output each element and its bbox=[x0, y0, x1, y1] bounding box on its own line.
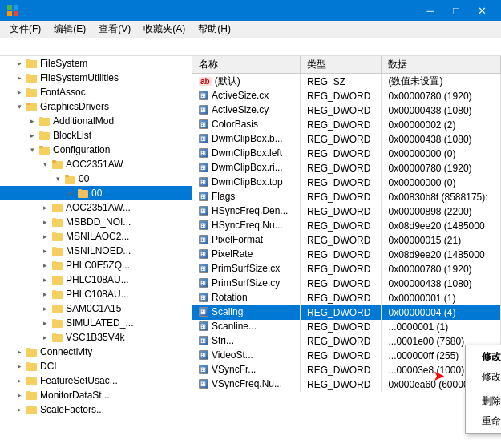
title-bar: ─ □ ✕ bbox=[0, 0, 501, 21]
table-row[interactable]: ⊞ HSyncFreq.Den...REG_DWORD0x00000898 (2… bbox=[192, 204, 501, 219]
table-row[interactable]: ⊞ Scanline...REG_DWORD...0000001 (1) bbox=[192, 320, 501, 334]
svg-rect-37 bbox=[52, 290, 56, 293]
tree-item-simulated[interactable]: ▸ SIMULATED_... bbox=[0, 316, 192, 330]
tree-panel[interactable]: ▸ FileSystem▸ FileSystemUtilities▸ FontA… bbox=[0, 56, 192, 448]
table-row[interactable]: ab (默认)REG_SZ(数值未设置) bbox=[192, 74, 501, 90]
tree-item-featuresetusac[interactable]: ▸ FeatureSetUsac... bbox=[0, 373, 192, 388]
table-row[interactable]: ⊞ ScalingREG_DWORD0x00000004 (4) bbox=[192, 305, 501, 320]
reg-name: ⊞ HSyncFreq.Den... bbox=[192, 204, 301, 219]
table-row[interactable]: ⊞ DwmClipBox.b...REG_DWORD0x00000438 (10… bbox=[192, 132, 501, 147]
svg-rect-17 bbox=[39, 146, 43, 148]
reg-type: REG_DWORD bbox=[301, 276, 382, 291]
tree-toggle-icon: ▸ bbox=[38, 230, 51, 243]
tree-item-phlc108au2[interactable]: ▸ PHLC108AU... bbox=[0, 287, 192, 301]
svg-rect-41 bbox=[52, 319, 56, 321]
tree-item-filesystem[interactable]: ▸ FileSystem bbox=[0, 56, 192, 71]
folder-icon bbox=[38, 129, 51, 142]
svg-rect-11 bbox=[26, 103, 30, 105]
tree-item-graphicsdrivers[interactable]: ▾ GraphicsDrivers bbox=[0, 99, 192, 114]
table-row[interactable]: ⊞ DwmClipBox.ri...REG_DWORD0x00000780 (1… bbox=[192, 161, 501, 176]
tree-item-phlc108au1[interactable]: ▸ PHLC108AU... bbox=[0, 272, 192, 287]
folder-icon bbox=[26, 345, 38, 358]
table-row[interactable]: ⊞ VSyncFr...REG_DWORD...00003e8 (1000) bbox=[192, 363, 501, 377]
reg-data: 0x00000438 (1080) bbox=[382, 132, 501, 147]
tree-label: MSBDD_NOI... bbox=[66, 216, 192, 228]
table-row[interactable]: ⊞ DwmClipBox.leftREG_DWORD0x00000000 (0) bbox=[192, 147, 501, 161]
tree-item-aoc2351aw[interactable]: ▾ AOC2351AW bbox=[0, 157, 192, 172]
svg-rect-27 bbox=[52, 218, 56, 220]
tree-item-configuration[interactable]: ▾ Configuration bbox=[0, 143, 192, 157]
reg-name: ⊞ Flags bbox=[192, 190, 301, 204]
context-menu-item[interactable]: 重命名(R) bbox=[466, 411, 501, 431]
reg-name: ⊞ Scanline... bbox=[192, 320, 301, 334]
reg-type: REG_DWORD bbox=[301, 103, 382, 118]
tree-item-vsc1b35v4k[interactable]: ▸ VSC1B35V4k bbox=[0, 330, 192, 345]
table-row[interactable]: ⊞ HSyncFreq.Nu...REG_DWORD0x08d9ee20 (14… bbox=[192, 219, 501, 233]
menu-item[interactable]: 编辑(E) bbox=[47, 21, 92, 38]
menu-item[interactable]: 文件(F) bbox=[3, 21, 47, 38]
main-content: ▸ FileSystem▸ FileSystemUtilities▸ FontA… bbox=[0, 56, 501, 448]
close-button[interactable]: ✕ bbox=[469, 2, 495, 19]
address-bar bbox=[0, 38, 501, 56]
svg-rect-39 bbox=[52, 305, 56, 307]
tree-item-msnilnoed[interactable]: ▸ MSNILNOED... bbox=[0, 244, 192, 258]
reg-type: REG_DWORD bbox=[301, 349, 382, 363]
reg-name: ⊞ PixelFormat bbox=[192, 233, 301, 248]
context-menu-item[interactable]: 删除(D) bbox=[466, 391, 501, 411]
minimize-button[interactable]: ─ bbox=[418, 2, 443, 19]
table-row[interactable]: ⊞ PrimSurfSize.cyREG_DWORD0x00000438 (10… bbox=[192, 276, 501, 291]
table-row[interactable]: ⊞ DwmClipBox.topREG_DWORD0x00000000 (0) bbox=[192, 176, 501, 190]
table-row[interactable]: ⊞ PrimSurfSize.cxREG_DWORD0x00000780 (19… bbox=[192, 262, 501, 276]
reg-name: ⊞ PrimSurfSize.cx bbox=[192, 262, 301, 276]
reg-type: REG_DWORD bbox=[301, 262, 382, 276]
tree-item-blocklist[interactable]: ▸ BlockList bbox=[0, 128, 192, 143]
tree-item-scalefactors[interactable]: ▸ ScaleFactors... bbox=[0, 402, 192, 417]
folder-icon bbox=[26, 100, 38, 113]
folder-icon bbox=[64, 172, 77, 185]
folder-icon bbox=[51, 201, 64, 214]
tree-toggle-icon: ▸ bbox=[13, 360, 26, 373]
table-row[interactable]: ⊞ RotationREG_DWORD0x00000001 (1) bbox=[192, 291, 501, 305]
table-row[interactable]: ⊞ PixelRateREG_DWORD0x08d9ee20 (1485000 bbox=[192, 248, 501, 262]
tree-toggle-icon: ▸ bbox=[13, 57, 26, 70]
table-row[interactable]: ⊞ Stri...REG_DWORD...0001e00 (7680) bbox=[192, 334, 501, 349]
reg-name: ⊞ ActiveSize.cx bbox=[192, 89, 301, 103]
tree-toggle-icon: ▸ bbox=[13, 71, 26, 84]
tree-item-msnilaoc2[interactable]: ▸ MSNILAOC2... bbox=[0, 229, 192, 244]
tree-item-dci[interactable]: ▸ DCI bbox=[0, 359, 192, 373]
table-row[interactable]: ⊞ VSyncFreq.Nu...REG_DWORD0x000ea60 (600… bbox=[192, 377, 501, 392]
menu-item[interactable]: 查看(V) bbox=[92, 21, 137, 38]
svg-rect-45 bbox=[26, 348, 30, 350]
menu-item[interactable]: 收藏夹(A) bbox=[137, 21, 192, 38]
table-row[interactable]: ⊞ ColorBasisREG_DWORD0x00000002 (2) bbox=[192, 118, 501, 132]
table-row[interactable]: ⊞ FlagsREG_DWORD0x00830b8f (8588175): bbox=[192, 190, 501, 204]
maximize-button[interactable]: □ bbox=[443, 2, 469, 19]
reg-type: REG_DWORD bbox=[301, 89, 382, 103]
tree-item-msbdd_noi[interactable]: ▸ MSBDD_NOI... bbox=[0, 215, 192, 229]
table-row[interactable]: ⊞ ActiveSize.cxREG_DWORD0x00000780 (1920… bbox=[192, 89, 501, 103]
tree-item-sam0c1a15[interactable]: ▸ SAM0C1A15 bbox=[0, 301, 192, 316]
table-row[interactable]: ⊞ PixelFormatREG_DWORD0x00000015 (21) bbox=[192, 233, 501, 248]
registry-panel[interactable]: 名称 类型 数据 ab (默认)REG_SZ(数值未设置) ⊞ ActiveSi… bbox=[192, 56, 501, 448]
table-row[interactable]: ⊞ VideoSt...REG_DWORD...000000ff (255) bbox=[192, 349, 501, 363]
reg-name: ⊞ VideoSt... bbox=[192, 349, 301, 363]
tree-toggle-icon: ▾ bbox=[26, 143, 38, 156]
tree-item-connectivity[interactable]: ▸ Connectivity bbox=[0, 345, 192, 359]
tree-item-00child[interactable]: ▸ 00 bbox=[0, 186, 192, 200]
context-menu-item[interactable]: 修改(M)... bbox=[466, 347, 501, 367]
tree-item-aoc2351aw2[interactable]: ▸ AOC2351AW... bbox=[0, 200, 192, 215]
tree-item-filesystemutilities[interactable]: ▸ FileSystemUtilities bbox=[0, 71, 192, 85]
tree-item-additionalmod[interactable]: ▸ AdditionalMod bbox=[0, 114, 192, 128]
col-type: 类型 bbox=[301, 56, 382, 74]
reg-type: REG_DWORD bbox=[301, 377, 382, 392]
folder-icon bbox=[51, 331, 64, 344]
tree-label: BlockList bbox=[53, 130, 192, 141]
tree-item-monitordatast[interactable]: ▸ MonitorDataSt... bbox=[0, 388, 192, 402]
tree-item-phlc0e5zq[interactable]: ▸ PHLC0E5ZQ... bbox=[0, 258, 192, 272]
table-row[interactable]: ⊞ ActiveSize.cyREG_DWORD0x00000438 (1080… bbox=[192, 103, 501, 118]
tree-item-00parent[interactable]: ▾ 00 bbox=[0, 172, 192, 186]
context-menu-item[interactable]: 修改二进制数据(B)... bbox=[466, 367, 501, 387]
reg-data: 0x00830b8f (8588175): bbox=[382, 190, 501, 204]
menu-item[interactable]: 帮助(H) bbox=[192, 21, 237, 38]
tree-item-fontassoc[interactable]: ▸ FontAssoc bbox=[0, 85, 192, 99]
